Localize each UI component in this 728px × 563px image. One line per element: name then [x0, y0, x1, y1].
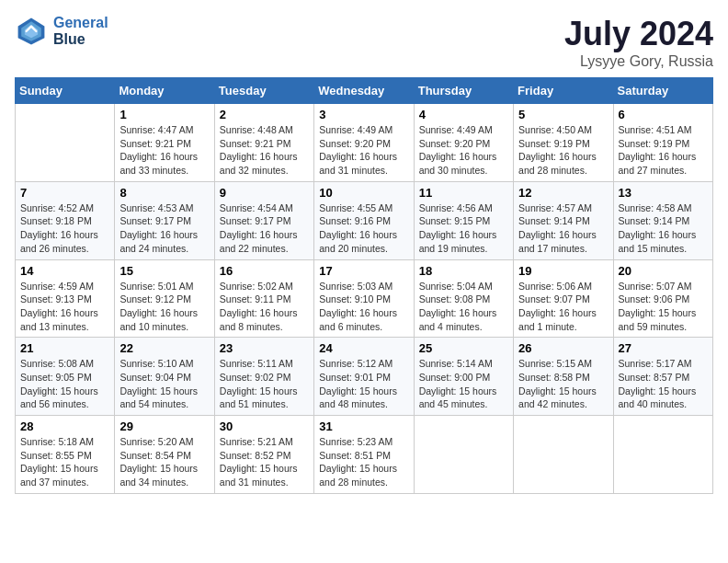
day-info: Sunrise: 5:07 AMSunset: 9:06 PMDaylight:… [619, 280, 708, 334]
weekday-header: Thursday [414, 78, 513, 104]
day-number: 24 [319, 341, 408, 355]
day-info: Sunrise: 4:52 AMSunset: 9:18 PMDaylight:… [20, 201, 109, 256]
day-number: 4 [419, 108, 508, 121]
day-info: Sunrise: 5:12 AMSunset: 9:01 PMDaylight:… [319, 357, 408, 411]
day-number: 2 [220, 108, 309, 121]
calendar-day-cell: 1Sunrise: 4:47 AMSunset: 9:21 PMDaylight… [115, 104, 214, 182]
calendar-day-cell: 5Sunrise: 4:50 AMSunset: 9:19 PMDaylight… [514, 104, 613, 182]
calendar-day-cell: 20Sunrise: 5:07 AMSunset: 9:06 PMDayligh… [613, 259, 712, 338]
calendar-day-cell: 14Sunrise: 4:59 AMSunset: 9:13 PMDayligh… [16, 259, 115, 338]
day-number: 3 [319, 108, 408, 121]
day-info: Sunrise: 4:59 AMSunset: 9:13 PMDaylight:… [20, 280, 109, 334]
day-number: 23 [220, 341, 309, 355]
day-number: 31 [319, 419, 408, 433]
calendar-week-row: 14Sunrise: 4:59 AMSunset: 9:13 PMDayligh… [16, 259, 713, 338]
day-info: Sunrise: 5:14 AMSunset: 9:00 PMDaylight:… [419, 357, 508, 411]
day-info: Sunrise: 4:50 AMSunset: 9:19 PMDaylight:… [518, 123, 608, 178]
day-number: 12 [518, 186, 608, 200]
day-number: 5 [518, 108, 608, 121]
calendar-day-cell: 12Sunrise: 4:57 AMSunset: 9:14 PMDayligh… [514, 181, 613, 259]
calendar-week-row: 7Sunrise: 4:52 AMSunset: 9:18 PMDaylight… [16, 181, 713, 259]
calendar-day-cell: 11Sunrise: 4:56 AMSunset: 9:15 PMDayligh… [414, 181, 513, 259]
day-info: Sunrise: 4:48 AMSunset: 9:21 PMDaylight:… [220, 123, 309, 178]
day-info: Sunrise: 5:06 AMSunset: 9:07 PMDaylight:… [518, 280, 608, 334]
calendar-day-cell: 18Sunrise: 5:04 AMSunset: 9:08 PMDayligh… [414, 259, 513, 338]
weekday-header: Wednesday [314, 78, 414, 104]
day-info: Sunrise: 4:49 AMSunset: 9:20 PMDaylight:… [319, 123, 408, 178]
calendar-header-row: SundayMondayTuesdayWednesdayThursdayFrid… [16, 78, 713, 104]
day-info: Sunrise: 5:21 AMSunset: 8:52 PMDaylight:… [220, 435, 309, 489]
calendar-day-cell: 22Sunrise: 5:10 AMSunset: 9:04 PMDayligh… [115, 338, 214, 416]
day-number: 28 [20, 419, 109, 433]
calendar-week-row: 1Sunrise: 4:47 AMSunset: 9:21 PMDaylight… [16, 104, 713, 182]
day-number: 20 [619, 264, 708, 278]
calendar-subtitle: Lysyye Gory, Russia [564, 53, 713, 70]
page-header: General Blue July 2024 Lysyye Gory, Russ… [15, 15, 713, 70]
day-info: Sunrise: 5:23 AMSunset: 8:51 PMDaylight:… [319, 435, 408, 489]
calendar-day-cell [613, 416, 712, 494]
day-number: 6 [619, 108, 708, 121]
calendar-day-cell: 28Sunrise: 5:18 AMSunset: 8:55 PMDayligh… [16, 416, 115, 494]
day-number: 8 [119, 186, 209, 200]
day-number: 15 [119, 264, 209, 278]
logo: General Blue [15, 15, 108, 48]
day-number: 18 [419, 264, 508, 278]
weekday-header: Sunday [16, 78, 115, 104]
day-info: Sunrise: 5:11 AMSunset: 9:02 PMDaylight:… [220, 357, 309, 411]
day-number: 9 [220, 186, 309, 200]
day-info: Sunrise: 5:03 AMSunset: 9:10 PMDaylight:… [319, 280, 408, 334]
day-info: Sunrise: 5:02 AMSunset: 9:11 PMDaylight:… [220, 280, 309, 334]
calendar-day-cell [414, 416, 513, 494]
day-number: 21 [20, 341, 109, 355]
weekday-header: Monday [115, 78, 214, 104]
day-info: Sunrise: 5:15 AMSunset: 8:58 PMDaylight:… [518, 357, 608, 411]
weekday-header: Friday [514, 78, 613, 104]
day-number: 10 [319, 186, 408, 200]
day-info: Sunrise: 4:49 AMSunset: 9:20 PMDaylight:… [419, 123, 508, 178]
calendar-day-cell: 27Sunrise: 5:17 AMSunset: 8:57 PMDayligh… [613, 338, 712, 416]
calendar-day-cell: 30Sunrise: 5:21 AMSunset: 8:52 PMDayligh… [214, 416, 313, 494]
logo-icon [15, 15, 48, 48]
day-number: 25 [419, 341, 508, 355]
logo-text: General Blue [53, 15, 108, 47]
weekday-header: Tuesday [214, 78, 313, 104]
day-info: Sunrise: 4:55 AMSunset: 9:16 PMDaylight:… [319, 201, 408, 256]
calendar-table: SundayMondayTuesdayWednesdayThursdayFrid… [15, 77, 713, 494]
calendar-day-cell: 13Sunrise: 4:58 AMSunset: 9:14 PMDayligh… [613, 181, 712, 259]
calendar-day-cell: 19Sunrise: 5:06 AMSunset: 9:07 PMDayligh… [514, 259, 613, 338]
calendar-day-cell [514, 416, 613, 494]
day-number: 17 [319, 264, 408, 278]
day-number: 26 [518, 341, 608, 355]
calendar-title: July 2024 [564, 15, 713, 53]
day-info: Sunrise: 4:56 AMSunset: 9:15 PMDaylight:… [419, 201, 508, 256]
day-number: 22 [119, 341, 209, 355]
day-number: 7 [20, 186, 109, 200]
calendar-day-cell: 15Sunrise: 5:01 AMSunset: 9:12 PMDayligh… [115, 259, 214, 338]
day-number: 29 [119, 419, 209, 433]
calendar-day-cell: 31Sunrise: 5:23 AMSunset: 8:51 PMDayligh… [314, 416, 414, 494]
day-number: 30 [220, 419, 309, 433]
day-number: 19 [518, 264, 608, 278]
calendar-day-cell: 24Sunrise: 5:12 AMSunset: 9:01 PMDayligh… [314, 338, 414, 416]
calendar-day-cell: 23Sunrise: 5:11 AMSunset: 9:02 PMDayligh… [214, 338, 313, 416]
calendar-week-row: 28Sunrise: 5:18 AMSunset: 8:55 PMDayligh… [16, 416, 713, 494]
calendar-day-cell: 9Sunrise: 4:54 AMSunset: 9:17 PMDaylight… [214, 181, 313, 259]
day-info: Sunrise: 5:08 AMSunset: 9:05 PMDaylight:… [20, 357, 109, 411]
weekday-header: Saturday [613, 78, 712, 104]
day-info: Sunrise: 5:01 AMSunset: 9:12 PMDaylight:… [119, 280, 209, 334]
day-info: Sunrise: 4:51 AMSunset: 9:19 PMDaylight:… [619, 123, 708, 178]
calendar-day-cell: 29Sunrise: 5:20 AMSunset: 8:54 PMDayligh… [115, 416, 214, 494]
calendar-day-cell: 2Sunrise: 4:48 AMSunset: 9:21 PMDaylight… [214, 104, 313, 182]
calendar-day-cell: 16Sunrise: 5:02 AMSunset: 9:11 PMDayligh… [214, 259, 313, 338]
day-info: Sunrise: 5:20 AMSunset: 8:54 PMDaylight:… [119, 435, 209, 489]
day-number: 16 [220, 264, 309, 278]
day-number: 13 [619, 186, 708, 200]
day-info: Sunrise: 4:54 AMSunset: 9:17 PMDaylight:… [220, 201, 309, 256]
calendar-title-area: July 2024 Lysyye Gory, Russia [564, 15, 713, 70]
calendar-day-cell [16, 104, 115, 182]
calendar-day-cell: 26Sunrise: 5:15 AMSunset: 8:58 PMDayligh… [514, 338, 613, 416]
day-info: Sunrise: 4:58 AMSunset: 9:14 PMDaylight:… [619, 201, 708, 256]
calendar-week-row: 21Sunrise: 5:08 AMSunset: 9:05 PMDayligh… [16, 338, 713, 416]
calendar-day-cell: 6Sunrise: 4:51 AMSunset: 9:19 PMDaylight… [613, 104, 712, 182]
calendar-day-cell: 21Sunrise: 5:08 AMSunset: 9:05 PMDayligh… [16, 338, 115, 416]
